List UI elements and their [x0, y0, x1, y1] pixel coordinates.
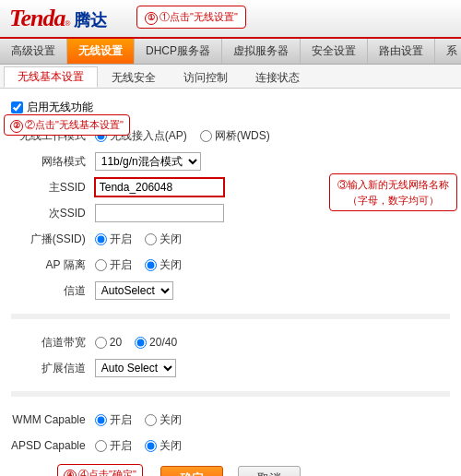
apsd-on-label[interactable]: 开启: [95, 438, 132, 454]
top-nav: 高级设置 无线设置 DHCP服务器 虚拟服务器 安全设置 路由设置 系: [0, 39, 461, 65]
logo-tenda-text: Tenda: [9, 5, 65, 32]
bandwidth-20-radio[interactable]: [95, 337, 107, 349]
broadcast-row: 广播(SSID) 开启 关闭: [11, 226, 450, 252]
confirm-button[interactable]: 确定: [160, 466, 223, 476]
nav-virtual[interactable]: 虚拟服务器: [222, 39, 301, 64]
wireless-mode-wds-radio[interactable]: [200, 130, 212, 142]
main-ssid-label: 主SSID: [11, 174, 95, 200]
wmm-off-text: 关闭: [160, 412, 182, 428]
enable-wireless-checkbox[interactable]: [11, 101, 23, 113]
sub-nav-access[interactable]: 访问控制: [170, 67, 242, 88]
main-ssid-input[interactable]: [95, 178, 224, 196]
wmm-off-label[interactable]: 关闭: [145, 412, 182, 428]
channel-value: AutoSelect 1 2: [95, 278, 450, 303]
header: Tenda® 腾达 ①①点击"无线设置": [0, 0, 461, 39]
ap-isolation-label: AP 隔离: [11, 252, 95, 278]
bandwidth-2040-radio[interactable]: [135, 337, 147, 349]
apsd-value: 开启 关闭: [95, 433, 450, 458]
wmm-on-text: 开启: [110, 412, 132, 428]
bandwidth-20-label[interactable]: 20: [95, 336, 122, 349]
bandwidth-value: 20 20/40: [95, 329, 450, 355]
ext-channel-label: 扩展信道: [11, 355, 95, 381]
cancel-button[interactable]: 取消: [238, 466, 301, 476]
annotation-2: ②②点击"无线基本设置": [4, 114, 130, 136]
nav-sys[interactable]: 系: [435, 39, 461, 64]
annotation-4: ④④点击"确定": [57, 464, 143, 476]
apsd-radio-group: 开启 关闭: [95, 438, 450, 454]
channel-row: 信道 AutoSelect 1 2: [11, 278, 450, 303]
nav-wireless[interactable]: 无线设置: [67, 39, 135, 64]
nav-dhcp[interactable]: DHCP服务器: [135, 39, 222, 64]
bandwidth-row: 信道带宽 20 20/40: [11, 329, 450, 355]
ap-isolation-off-text: 关闭: [160, 257, 182, 273]
apsd-label: APSD Capable: [11, 433, 95, 458]
sub-nav-security[interactable]: 无线安全: [98, 67, 170, 88]
apsd-on-radio[interactable]: [95, 440, 107, 452]
nav-route[interactable]: 路由设置: [368, 39, 435, 64]
broadcast-off-radio[interactable]: [145, 233, 157, 245]
annotation-3-line2: （字母，数字均可）: [337, 193, 449, 208]
apsd-on-text: 开启: [110, 438, 132, 454]
ap-isolation-on-radio[interactable]: [95, 259, 107, 271]
sub-nav-status[interactable]: 连接状态: [242, 67, 313, 88]
ap-isolation-off-label[interactable]: 关闭: [145, 257, 182, 273]
annotation-3-line1: ③输入新的无线网络名称: [337, 177, 449, 193]
wireless-mode-wds-label[interactable]: 网桥(WDS): [200, 128, 270, 144]
logo-trademark: ®: [65, 19, 71, 28]
ext-channel-select[interactable]: Auto Select Upper Lower: [95, 359, 176, 377]
wireless-mode-wds-text: 网桥(WDS): [215, 128, 270, 144]
network-mode-select[interactable]: 11b/g/n混合模式 11b模式 11g模式 11n模式: [95, 152, 201, 171]
bandwidth-2040-text: 20/40: [149, 336, 177, 349]
ext-channel-row: 扩展信道 Auto Select Upper Lower: [11, 355, 450, 381]
apsd-row: APSD Capable 开启 关闭: [11, 433, 450, 458]
ap-isolation-on-label[interactable]: 开启: [95, 257, 132, 273]
ext-channel-value: Auto Select Upper Lower: [95, 355, 450, 381]
channel-select[interactable]: AutoSelect 1 2: [95, 281, 173, 300]
annotation-3: ③输入新的无线网络名称 （字母，数字均可）: [329, 173, 457, 211]
wmm-off-radio[interactable]: [145, 414, 157, 426]
ap-isolation-radio-group: 开启 关闭: [95, 257, 450, 273]
ap-isolation-off-radio[interactable]: [145, 259, 157, 271]
ap-isolation-on-text: 开启: [110, 257, 132, 273]
bandwidth-2040-label[interactable]: 20/40: [135, 336, 177, 349]
secondary-ssid-label: 次SSID: [11, 200, 95, 226]
sub-nav: 无线基本设置 无线安全 访问控制 连接状态: [0, 65, 461, 89]
logo-cn-text: 腾达: [74, 9, 107, 31]
apsd-off-text: 关闭: [160, 438, 182, 454]
divider-row: [11, 303, 450, 329]
broadcast-off-label[interactable]: 关闭: [145, 232, 182, 247]
bandwidth-20-text: 20: [110, 336, 122, 349]
wireless-mode-value: 无线接入点(AP) 网桥(WDS): [95, 123, 450, 149]
secondary-ssid-input[interactable]: [95, 204, 224, 222]
broadcast-on-text: 开启: [110, 232, 132, 247]
broadcast-radio-group: 开启 关闭: [95, 232, 450, 247]
annotation-1: ①①点击"无线设置": [136, 6, 246, 29]
wmm-on-radio[interactable]: [95, 414, 107, 426]
network-mode-value: 11b/g/n混合模式 11b模式 11g模式 11n模式: [95, 149, 450, 174]
sub-nav-basic[interactable]: 无线基本设置: [4, 66, 98, 88]
broadcast-off-text: 关闭: [160, 232, 182, 247]
broadcast-label: 广播(SSID): [11, 226, 95, 252]
wireless-mode-radio-group: 无线接入点(AP) 网桥(WDS): [95, 128, 450, 144]
bandwidth-radio-group: 20 20/40: [95, 336, 450, 349]
broadcast-on-label[interactable]: 开启: [95, 232, 132, 247]
apsd-off-radio[interactable]: [145, 440, 157, 452]
button-bar: ④④点击"确定" 确定 取消: [11, 466, 450, 476]
ap-isolation-row: AP 隔离 开启 关闭: [11, 252, 450, 278]
content-area: ②②点击"无线基本设置" 启用无线功能 无线工作模式 无线接入点(AP): [0, 89, 461, 476]
wmm-row: WMM Capable 开启 关闭: [11, 407, 450, 433]
broadcast-on-radio[interactable]: [95, 233, 107, 245]
nav-advanced[interactable]: 高级设置: [0, 39, 67, 64]
enable-wireless-row: 启用无线功能: [11, 100, 450, 115]
wmm-on-label[interactable]: 开启: [95, 412, 132, 428]
channel-label: 信道: [11, 278, 95, 303]
nav-security[interactable]: 安全设置: [301, 39, 368, 64]
apsd-off-label[interactable]: 关闭: [145, 438, 182, 454]
network-mode-label: 网络模式: [11, 149, 95, 174]
logo: Tenda® 腾达: [9, 5, 107, 32]
divider-row-2: [11, 381, 450, 407]
broadcast-value: 开启 关闭: [95, 226, 450, 252]
app-window: Tenda® 腾达 ①①点击"无线设置" 高级设置 无线设置 DHCP服务器 虚…: [0, 0, 461, 476]
wmm-label: WMM Capable: [11, 407, 95, 433]
ap-isolation-value: 开启 关闭: [95, 252, 450, 278]
